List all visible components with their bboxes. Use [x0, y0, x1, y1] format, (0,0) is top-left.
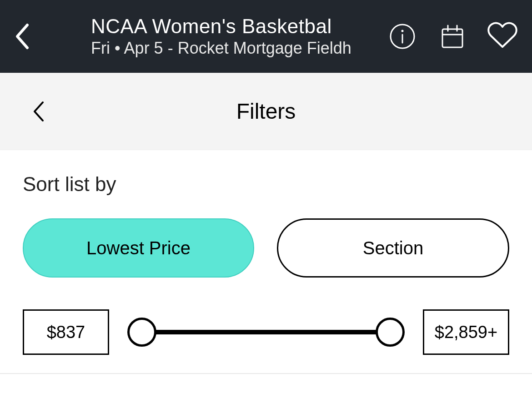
chevron-left-icon [32, 101, 45, 122]
price-max-box[interactable]: $2,859+ [423, 309, 509, 355]
event-title-block: NCAA Women's Basketbal Fri • Apr 5 - Roc… [91, 15, 364, 58]
svg-point-1 [402, 30, 404, 32]
heart-icon [487, 20, 518, 52]
sort-option-label: Section [363, 238, 423, 258]
slider-handle-max[interactable] [376, 318, 405, 347]
favorite-button[interactable] [482, 16, 523, 57]
price-range-slider[interactable] [127, 314, 405, 350]
filters-title: Filters [0, 99, 532, 124]
slider-track [142, 330, 390, 334]
filters-header: Filters [0, 73, 532, 150]
sort-label: Sort list by [23, 173, 509, 196]
top-app-bar: NCAA Women's Basketbal Fri • Apr 5 - Roc… [0, 0, 532, 73]
price-range-row: $837 $2,859+ [23, 309, 509, 355]
price-max-value: $2,859+ [435, 323, 497, 342]
filters-back-button[interactable] [27, 98, 50, 125]
svg-rect-3 [442, 29, 462, 47]
price-min-value: $837 [47, 323, 85, 342]
sort-option-label: Lowest Price [86, 238, 191, 258]
slider-handle-min[interactable] [127, 318, 156, 347]
info-icon [389, 23, 416, 50]
event-title: NCAA Women's Basketbal [91, 15, 364, 38]
sort-options: Lowest Price Section [23, 218, 509, 278]
filters-content: Sort list by Lowest Price Section $837 $… [0, 150, 532, 374]
chevron-left-icon [14, 23, 32, 50]
sort-option-lowest-price[interactable]: Lowest Price [23, 218, 254, 278]
sort-option-section[interactable]: Section [277, 218, 509, 278]
price-min-box[interactable]: $837 [23, 309, 109, 355]
info-button[interactable] [382, 16, 423, 57]
calendar-icon [439, 23, 466, 50]
calendar-button[interactable] [432, 16, 473, 57]
back-button[interactable] [5, 0, 41, 73]
event-subtitle: Fri • Apr 5 - Rocket Mortgage Fieldh [91, 39, 364, 58]
